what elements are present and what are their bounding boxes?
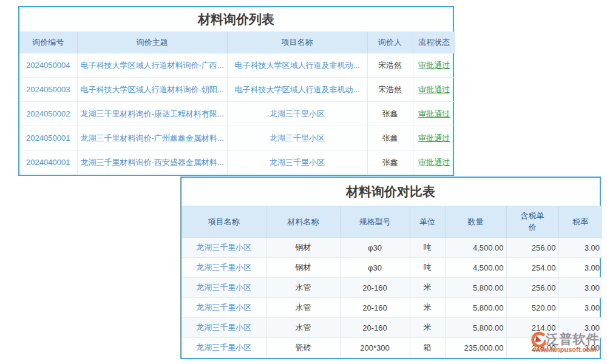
inquirer-cell: 宋浩然 bbox=[367, 78, 413, 102]
material-inquiry-list-panel: 材料询价列表 询价编号 询价主题 项目名称 询价人 流程状态 202405000… bbox=[18, 6, 454, 176]
col-header-unit: 单位 bbox=[410, 206, 445, 238]
compare-table-header-row: 项目名称 材料名称 规格型号 单位 数量 含税单价 税率 bbox=[181, 206, 602, 238]
compare-table-row: 龙湖三千里小区 水管 20-160 米 5,800.00 256.00 3.00 bbox=[181, 278, 602, 298]
project-name-link[interactable]: 龙湖三千里小区 bbox=[181, 298, 266, 318]
project-name-link[interactable]: 电子科技大学区域人行道及非机动... bbox=[227, 53, 367, 78]
spec-model-cell: φ30 bbox=[340, 258, 410, 278]
inquiry-no-link[interactable]: 2024050003 bbox=[19, 78, 77, 102]
inquiry-no-link[interactable]: 2024050004 bbox=[19, 53, 77, 78]
flow-status-link[interactable]: 审批通过 bbox=[413, 126, 455, 150]
unit-cell: 箱 bbox=[410, 338, 445, 358]
project-name-link[interactable]: 龙湖三千里小区 bbox=[227, 126, 367, 150]
flow-status-link[interactable]: 审批通过 bbox=[413, 78, 455, 102]
flow-status-link[interactable]: 审批通过 bbox=[413, 150, 455, 175]
project-name-link[interactable]: 龙湖三千里小区 bbox=[181, 278, 266, 298]
tax-rate-cell: 3.00 bbox=[558, 258, 602, 278]
compare-table-row: 龙湖三千里小区 钢材 φ30 吨 4,500.00 256.00 3.00 bbox=[181, 238, 602, 258]
inquiry-no-link[interactable]: 2024050001 bbox=[19, 126, 77, 150]
project-name-link[interactable]: 电子科技大学区域人行道及非机动... bbox=[227, 78, 367, 102]
col-header-tax-rate: 税率 bbox=[558, 206, 602, 238]
spec-model-cell: 20-160 bbox=[340, 298, 410, 318]
inquiry-no-link[interactable]: 2024040001 bbox=[19, 150, 77, 175]
col-header-material-name: 材料名称 bbox=[266, 206, 340, 238]
quantity-cell: 5,800.00 bbox=[445, 318, 506, 338]
inquiry-list-body: 2024050004 电子科技大学区域人行道材料询价-广西... 电子科技大学区… bbox=[19, 53, 455, 175]
quantity-cell: 235,000.00 bbox=[445, 338, 506, 358]
col-header-inquiry-subject: 询价主题 bbox=[77, 32, 227, 53]
inquirer-cell: 张鑫 bbox=[367, 102, 413, 126]
quantity-cell: 5,800.00 bbox=[445, 278, 506, 298]
project-name-link[interactable]: 龙湖三千里小区 bbox=[181, 318, 266, 338]
project-name-link[interactable]: 龙湖三千里小区 bbox=[181, 338, 266, 358]
inquirer-cell: 张鑫 bbox=[367, 150, 413, 175]
project-name-link[interactable]: 龙湖三千里小区 bbox=[181, 258, 266, 278]
inquiry-list-row: 2024050001 龙湖三千里材料询价-广州鑫鑫金属材料... 龙湖三千里小区… bbox=[19, 126, 455, 150]
col-header-inquirer: 询价人 bbox=[367, 32, 413, 53]
inquiry-list-row: 2024040001 龙湖三千里材料询价-西安盛器金属材料... 龙湖三千里小区… bbox=[19, 150, 455, 175]
spec-model-cell: 20-160 bbox=[340, 278, 410, 298]
inquiry-list-title: 材料询价列表 bbox=[19, 7, 453, 32]
material-name-cell: 水管 bbox=[266, 278, 340, 298]
compare-table-row: 龙湖三千里小区 钢材 φ30 吨 4,500.00 254.00 3.00 bbox=[181, 258, 602, 278]
project-name-link[interactable]: 龙湖三千里小区 bbox=[181, 238, 266, 258]
flow-status-link[interactable]: 审批通过 bbox=[413, 102, 455, 126]
flow-status-link[interactable]: 审批通过 bbox=[413, 53, 455, 78]
inquiry-subject-link[interactable]: 龙湖三千里材料询价-西安盛器金属材料... bbox=[77, 150, 227, 175]
watermark-brand: 泛普软件 bbox=[546, 331, 600, 348]
inquiry-subject-link[interactable]: 电子科技大学区域人行道材料询价-朝阳... bbox=[77, 78, 227, 102]
compare-table-title: 材料询价对比表 bbox=[181, 178, 600, 206]
inquiry-subject-link[interactable]: 龙湖三千里材料询价-广州鑫鑫金属材料... bbox=[77, 126, 227, 150]
material-name-cell: 钢材 bbox=[266, 238, 340, 258]
inquirer-cell: 宋浩然 bbox=[367, 53, 413, 78]
quantity-cell: 5,800.00 bbox=[445, 298, 506, 318]
taxed-unit-price-cell: 254.00 bbox=[506, 258, 558, 278]
spec-model-cell: 200*300 bbox=[340, 338, 410, 358]
col-header-project-name: 项目名称 bbox=[227, 32, 367, 53]
watermark-url: www.fanpusoft.com bbox=[524, 346, 605, 353]
inquiry-list-header-row: 询价编号 询价主题 项目名称 询价人 流程状态 bbox=[19, 32, 455, 53]
taxed-unit-price-cell: 520.00 bbox=[506, 298, 558, 318]
inquiry-list-row: 2024050004 电子科技大学区域人行道材料询价-广西... 电子科技大学区… bbox=[19, 53, 455, 78]
quantity-cell: 4,500.00 bbox=[445, 238, 506, 258]
col-header-quantity: 数量 bbox=[445, 206, 506, 238]
unit-cell: 吨 bbox=[410, 238, 445, 258]
tax-rate-cell: 3.00 bbox=[558, 238, 602, 258]
inquirer-cell: 张鑫 bbox=[367, 126, 413, 150]
material-name-cell: 水管 bbox=[266, 318, 340, 338]
project-name-link[interactable]: 龙湖三千里小区 bbox=[227, 102, 367, 126]
inquiry-list-row: 2024050002 龙湖三千里材料询价-康达工程材料有限... 龙湖三千里小区… bbox=[19, 102, 455, 126]
spec-model-cell: φ30 bbox=[340, 238, 410, 258]
col-header-project-name: 项目名称 bbox=[181, 206, 266, 238]
spec-model-cell: 20-160 bbox=[340, 318, 410, 338]
unit-cell: 米 bbox=[410, 278, 445, 298]
material-name-cell: 钢材 bbox=[266, 258, 340, 278]
fanpu-logo-icon bbox=[530, 331, 546, 347]
inquiry-list-row: 2024050003 电子科技大学区域人行道材料询价-朝阳... 电子科技大学区… bbox=[19, 78, 455, 102]
unit-cell: 吨 bbox=[410, 258, 445, 278]
col-header-flow-status: 流程状态 bbox=[413, 32, 455, 53]
unit-cell: 米 bbox=[410, 318, 445, 338]
material-name-cell: 瓷砖 bbox=[266, 338, 340, 358]
taxed-unit-price-cell: 256.00 bbox=[506, 238, 558, 258]
tax-rate-cell: 3.00 bbox=[558, 298, 602, 318]
material-name-cell: 水管 bbox=[266, 298, 340, 318]
quantity-cell: 4,500.00 bbox=[445, 258, 506, 278]
taxed-unit-price-cell: 256.00 bbox=[506, 278, 558, 298]
project-name-link[interactable]: 龙湖三千里小区 bbox=[227, 150, 367, 175]
compare-table-row: 龙湖三千里小区 水管 20-160 米 5,800.00 520.00 3.00 bbox=[181, 298, 602, 318]
col-header-inquiry-no: 询价编号 bbox=[19, 32, 77, 53]
col-header-spec-model: 规格型号 bbox=[340, 206, 410, 238]
tax-rate-cell: 3.00 bbox=[558, 278, 602, 298]
fanpu-watermark: 泛普软件 www.fanpusoft.com bbox=[524, 331, 605, 353]
inquiry-list-table: 询价编号 询价主题 项目名称 询价人 流程状态 2024050004 电子科技大… bbox=[19, 32, 455, 175]
inquiry-subject-link[interactable]: 龙湖三千里材料询价-康达工程材料有限... bbox=[77, 102, 227, 126]
col-header-taxed-unit-price: 含税单价 bbox=[506, 206, 558, 238]
unit-cell: 米 bbox=[410, 298, 445, 318]
inquiry-no-link[interactable]: 2024050002 bbox=[19, 102, 77, 126]
inquiry-subject-link[interactable]: 电子科技大学区域人行道材料询价-广西... bbox=[77, 53, 227, 78]
